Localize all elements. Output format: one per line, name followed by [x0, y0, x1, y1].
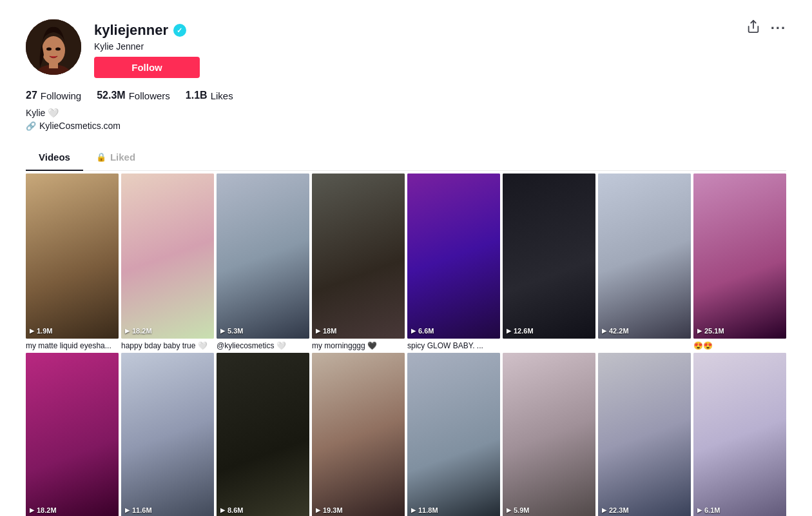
play-icon: ▶ [220, 507, 225, 513]
view-count: 42.2M [609, 327, 629, 335]
video-caption: @kyliecosmetics 🤍 [217, 341, 309, 350]
video-caption: happy bday baby true 🤍 [121, 341, 214, 350]
video-item: ▶ 6.6M spicy GLOW BABY. ... [407, 174, 500, 350]
play-icon: ▶ [602, 328, 606, 334]
tab-videos-label: Videos [39, 152, 70, 163]
link-icon: 🔗 [26, 121, 36, 131]
play-icon: ▶ [507, 328, 511, 334]
video-item: ▶ 18.2M [26, 353, 119, 516]
video-views: ▶ 8.6M [220, 506, 243, 514]
verified-badge: ✓ [173, 24, 186, 37]
view-count: 11.6M [132, 506, 152, 514]
video-views: ▶ 19.3M [316, 506, 343, 514]
bio-text: Kylie 🤍 [26, 108, 59, 118]
video-thumbnail[interactable]: ▶ 18.2M [26, 353, 119, 516]
video-thumbnail[interactable]: ▶ 6.6M [407, 174, 500, 339]
play-icon: ▶ [697, 507, 702, 513]
video-views: ▶ 5.3M [220, 327, 243, 335]
video-thumbnail[interactable]: ▶ 18.2M [121, 174, 214, 339]
stats-row: 27 Following 52.3M Followers 1.1B Likes [26, 90, 786, 101]
video-thumbnail[interactable]: ▶ 11.8M [407, 353, 500, 516]
play-icon: ▶ [125, 328, 130, 334]
view-count: 18M [323, 327, 336, 335]
video-thumbnail[interactable]: ▶ 11.6M [121, 353, 214, 516]
page-wrapper: kyliejenner ✓ Kylie Jenner Follow ··· 27… [0, 0, 812, 516]
video-views: ▶ 25.1M [697, 327, 724, 335]
view-count: 19.3M [323, 506, 343, 514]
tab-liked-label: Liked [110, 152, 135, 163]
video-thumbnail[interactable]: ▶ 12.6M [503, 174, 595, 339]
username: kyliejenner [94, 22, 168, 39]
following-label: Following [41, 90, 81, 101]
video-views: ▶ 12.6M [507, 327, 534, 335]
video-views: ▶ 18.2M [125, 327, 152, 335]
play-icon: ▶ [411, 328, 416, 334]
video-item: ▶ 19.3M get ready w meeeee 🤍 [312, 353, 405, 516]
play-icon: ▶ [316, 328, 320, 334]
play-icon: ▶ [507, 507, 511, 513]
video-views: ▶ 18M [316, 327, 336, 335]
followers-label: Followers [129, 90, 170, 101]
video-views: ▶ 1.9M [30, 327, 52, 335]
video-thumbnail[interactable]: ▶ 1.9M [26, 174, 119, 339]
video-caption: 😍😍 [693, 341, 786, 350]
video-thumbnail[interactable]: ▶ 6.1M [693, 353, 786, 516]
likes-count: 1.1B [186, 90, 208, 101]
view-count: 25.1M [704, 327, 724, 335]
video-views: ▶ 11.6M [125, 506, 152, 514]
following-stat: 27 Following [26, 90, 81, 101]
video-item: ▶ 1.9M my matte liquid eyesha... [26, 174, 119, 350]
lock-icon: 🔒 [96, 152, 106, 162]
video-views: ▶ 18.2M [30, 506, 57, 514]
view-count: 1.9M [37, 327, 52, 335]
video-thumbnail[interactable]: ▶ 8.6M [217, 353, 309, 516]
likes-stat: 1.1B Likes [186, 90, 233, 101]
followers-stat: 52.3M Followers [97, 90, 170, 101]
website-row: 🔗 KylieCosmetics.com [26, 121, 786, 131]
tab-videos[interactable]: Videos [26, 144, 83, 170]
video-item: ▶ 5.9M [503, 353, 595, 516]
video-thumbnail[interactable]: ▶ 18M [312, 174, 405, 339]
video-item: ▶ 22.3M heaven [598, 353, 691, 516]
tabs-row: Videos 🔒 Liked [26, 144, 786, 171]
likes-label: Likes [211, 90, 233, 101]
play-icon: ▶ [220, 328, 225, 334]
view-count: 11.8M [418, 506, 438, 514]
video-grid: ▶ 1.9M my matte liquid eyesha... ▶ 18.2M… [26, 174, 786, 516]
video-caption: my morningggg 🖤 [312, 341, 405, 350]
follow-button[interactable]: Follow [94, 57, 200, 78]
video-item: ▶ 6.1M @glow all day [693, 353, 786, 516]
video-caption: my matte liquid eyesha... [26, 341, 119, 350]
video-item: ▶ 18M my morningggg 🖤 [312, 174, 405, 350]
video-thumbnail[interactable]: ▶ 19.3M [312, 353, 405, 516]
video-thumbnail[interactable]: ▶ 22.3M [598, 353, 691, 516]
display-name: Kylie Jenner [94, 41, 200, 52]
header-actions: ··· [746, 19, 786, 37]
profile-header: kyliejenner ✓ Kylie Jenner Follow ··· [26, 19, 786, 78]
play-icon: ▶ [411, 507, 416, 513]
video-views: ▶ 22.3M [602, 506, 629, 514]
video-item: ▶ 8.6M honey eyes. [217, 353, 309, 516]
tab-liked[interactable]: 🔒 Liked [83, 144, 148, 170]
video-item: ▶ 18.2M happy bday baby true 🤍 [121, 174, 214, 350]
video-thumbnail[interactable]: ▶ 42.2M [598, 174, 691, 339]
video-thumbnail[interactable]: ▶ 5.9M [503, 353, 595, 516]
svg-point-3 [42, 36, 65, 64]
video-caption: spicy GLOW BABY. ... [407, 341, 500, 350]
bio: Kylie 🤍 [26, 108, 786, 118]
view-count: 18.2M [132, 327, 152, 335]
video-thumbnail[interactable]: ▶ 25.1M [693, 174, 786, 339]
view-count: 5.3M [227, 327, 243, 335]
view-count: 5.9M [514, 506, 529, 514]
website-link[interactable]: KylieCosmetics.com [39, 121, 121, 131]
video-thumbnail[interactable]: ▶ 5.3M [217, 174, 309, 339]
avatar-image [26, 19, 81, 75]
view-count: 18.2M [37, 506, 57, 514]
video-item: ▶ 25.1M 😍😍 [693, 174, 786, 350]
more-icon[interactable]: ··· [771, 20, 786, 37]
video-views: ▶ 5.9M [507, 506, 529, 514]
video-views: ▶ 6.6M [411, 327, 434, 335]
view-count: 12.6M [514, 327, 534, 335]
view-count: 22.3M [609, 506, 629, 514]
share-icon[interactable] [746, 19, 760, 37]
